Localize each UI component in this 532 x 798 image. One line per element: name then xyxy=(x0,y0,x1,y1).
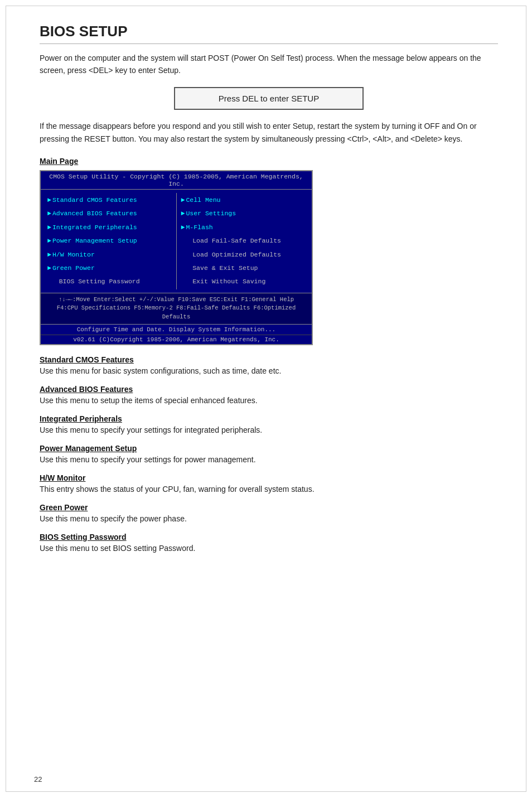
sections-container: Standard CMOS FeaturesUse this menu for … xyxy=(40,355,498,554)
bios-left-item[interactable]: BIOS Setting Password xyxy=(46,275,173,288)
bios-copyright: v02.61 (C)Copyright 1985-2006, American … xyxy=(41,335,312,344)
section-heading: Standard CMOS Features xyxy=(40,355,498,364)
bios-footer-line2: F4:CPU Specifications F5:Memory-2 F8:Fai… xyxy=(44,304,308,322)
page-wrapper: BIOS SETUP Power on the computer and the… xyxy=(6,6,526,792)
del-message-box: Press DEL to enter SETUP xyxy=(174,87,364,110)
bios-left-item[interactable]: ►Integrated Peripherals xyxy=(46,221,173,234)
page-number: 22 xyxy=(34,775,42,784)
section-heading: Power Management Setup xyxy=(40,444,498,453)
bios-right-item[interactable]: ►M-Flash xyxy=(180,221,307,234)
bios-right-col: ►Cell Menu►User Settings►M-Flash Load Fa… xyxy=(177,193,310,289)
page-title: BIOS SETUP xyxy=(40,23,498,44)
bios-left-item[interactable]: ►Power Management Setup xyxy=(46,235,173,247)
bios-menu-area: ►Standard CMOS Features►Advanced BIOS Fe… xyxy=(41,190,312,293)
intro-paragraph2: If the message disappears before you res… xyxy=(40,120,498,146)
bios-footer-line1: ↑↓→←:Move Enter:Select +/-/:Value F10:Sa… xyxy=(44,296,308,304)
section-desc: Use this menu to specify the power phase… xyxy=(40,513,498,525)
bios-left-col: ►Standard CMOS Features►Advanced BIOS Fe… xyxy=(43,193,177,289)
bios-left-item[interactable]: ►Standard CMOS Features xyxy=(46,194,173,206)
bios-statusbar: Configure Time and Date. Display System … xyxy=(41,324,312,335)
intro-paragraph1: Power on the computer and the system wil… xyxy=(40,52,498,77)
bios-screen: CMOS Setup Utility - Copyright (C) 1985-… xyxy=(40,170,313,345)
section-heading: BIOS Setting Password xyxy=(40,533,498,541)
bios-right-item: Load Fail-Safe Defaults xyxy=(180,235,307,247)
section-heading: Integrated Peripherals xyxy=(40,414,498,423)
bios-right-item[interactable]: ►User Settings xyxy=(180,207,307,220)
section-desc: Use this menu to specify your settings f… xyxy=(40,454,498,466)
bios-right-item: Exit Without Saving xyxy=(180,275,307,288)
bios-left-item[interactable]: ►Advanced BIOS Features xyxy=(46,207,173,220)
section-heading: H/W Monitor xyxy=(40,473,498,482)
section-desc: Use this menu for basic system configura… xyxy=(40,365,498,377)
section-heading: Green Power xyxy=(40,503,498,512)
del-message-text: Press DEL to enter SETUP xyxy=(219,94,319,103)
bios-right-item[interactable]: ►Cell Menu xyxy=(180,194,307,206)
bios-titlebar: CMOS Setup Utility - Copyright (C) 1985-… xyxy=(41,171,312,190)
section-desc: Use this menu to setup the items of spec… xyxy=(40,395,498,407)
bios-left-item[interactable]: ►Green Power xyxy=(46,262,173,274)
main-page-label: Main Page xyxy=(40,157,498,166)
bios-footer: ↑↓→←:Move Enter:Select +/-/:Value F10:Sa… xyxy=(41,293,312,324)
bios-left-item[interactable]: ►H/W Monitor xyxy=(46,249,173,261)
section-desc: Use this menu to set BIOS setting Passwo… xyxy=(40,543,498,554)
section-desc: Use this menu to specify your settings f… xyxy=(40,424,498,436)
bios-right-item: Load Optimized Defaults xyxy=(180,249,307,261)
section-desc: This entry shows the status of your CPU,… xyxy=(40,483,498,495)
section-heading: Advanced BIOS Features xyxy=(40,385,498,394)
bios-right-item: Save & Exit Setup xyxy=(180,262,307,274)
